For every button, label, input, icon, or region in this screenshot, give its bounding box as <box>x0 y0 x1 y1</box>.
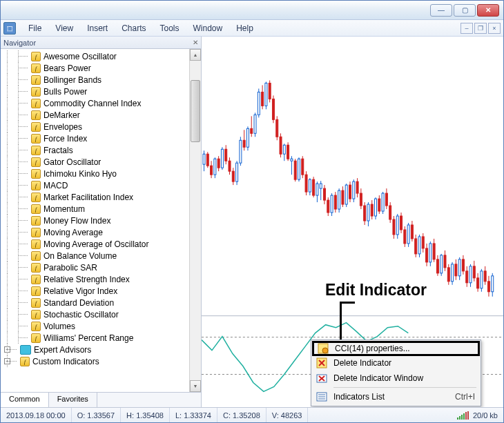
menu-charts[interactable]: Charts <box>115 21 153 35</box>
tree-item-indicator[interactable]: fStochastic Oscillator <box>1 308 201 320</box>
svg-rect-23 <box>243 140 245 147</box>
expert-advisors-label: Expert Advisors <box>34 345 91 355</box>
titlebar[interactable]: ― ▢ ✕ <box>1 1 503 20</box>
svg-rect-31 <box>258 92 260 115</box>
svg-rect-155 <box>484 271 486 282</box>
svg-rect-51 <box>294 161 296 179</box>
tree-item-indicator[interactable]: fGator Oscillator <box>1 156 201 168</box>
navigator-header[interactable]: Navigator ✕ <box>1 37 201 49</box>
indicator-label: On Balance Volume <box>43 251 117 261</box>
svg-rect-59 <box>309 179 311 192</box>
tree-item-indicator[interactable]: fMomentum <box>1 203 201 215</box>
indicator-icon: f <box>31 216 41 226</box>
mdi-restore-button[interactable]: ❐ <box>474 23 487 34</box>
tree-item-custom-indicators[interactable]: +fCustom Indicators <box>1 355 201 367</box>
tree-item-indicator[interactable]: fForce Index <box>1 132 201 144</box>
tree-item-indicator[interactable]: fIchimoku Kinko Hyo <box>1 168 201 179</box>
scroll-up-button[interactable]: ▲ <box>190 49 201 61</box>
indicator-label: Stochastic Oscillator <box>43 310 119 319</box>
mdi-minimize-button[interactable]: – <box>461 23 473 34</box>
tree-item-indicator[interactable]: fMoving Average of Oscillator <box>1 238 201 250</box>
svg-rect-131 <box>440 255 443 273</box>
svg-rect-47 <box>287 145 289 159</box>
tree-item-indicator[interactable]: fCommodity Channel Index <box>1 97 201 109</box>
tree-item-indicator[interactable]: fFractals <box>1 144 201 156</box>
indicator-icon: f <box>31 122 41 132</box>
ctx-delete-indicator-label: Delete Indicator <box>333 358 391 368</box>
tab-common[interactable]: Common <box>1 393 49 407</box>
tree-item-expert-advisors[interactable]: +Expert Advisors <box>1 344 201 355</box>
tree-item-indicator[interactable]: fBollinger Bands <box>1 74 201 86</box>
navigator-tree[interactable]: fAwesome OscillatorfBears PowerfBollinge… <box>1 49 201 392</box>
tree-item-indicator[interactable]: fOn Balance Volume <box>1 250 201 262</box>
expert-advisor-icon <box>20 345 31 355</box>
tree-item-indicator[interactable]: fDeMarker <box>1 109 201 121</box>
custom-indicator-icon: f <box>20 357 30 366</box>
tree-scrollbar[interactable]: ▲ ▼ <box>189 49 201 392</box>
menu-insert[interactable]: Insert <box>80 21 115 35</box>
tree-item-indicator[interactable]: fMoney Flow Index <box>1 215 201 226</box>
svg-rect-5 <box>211 166 213 175</box>
tree-item-indicator[interactable]: fBears Power <box>1 62 201 74</box>
indicator-label: Market Facilitation Index <box>43 193 133 202</box>
indicator-icon: f <box>31 157 41 167</box>
ctx-delete-window[interactable]: Delete Indicator Window <box>313 371 479 386</box>
svg-rect-27 <box>251 128 253 133</box>
menu-tools[interactable]: Tools <box>153 21 186 35</box>
app-icon: ⬚ <box>3 22 16 35</box>
svg-rect-73 <box>334 195 336 209</box>
properties-icon <box>316 342 331 355</box>
minimize-button[interactable]: ― <box>430 4 452 17</box>
tree-item-indicator[interactable]: fAwesome Oscillator <box>1 50 201 62</box>
svg-rect-11 <box>221 149 223 168</box>
tree-item-indicator[interactable]: fStandard Deviation <box>1 297 201 308</box>
menu-view[interactable]: View <box>48 21 80 35</box>
scroll-down-button[interactable]: ▼ <box>190 380 201 392</box>
menu-help[interactable]: Help <box>229 21 260 35</box>
indicator-icon: f <box>31 286 41 296</box>
svg-rect-107 <box>396 216 398 235</box>
tree-item-indicator[interactable]: fMACD <box>1 179 201 191</box>
menu-file[interactable]: File <box>21 21 48 35</box>
svg-rect-7 <box>214 159 216 175</box>
tree-item-indicator[interactable]: fMarket Facilitation Index <box>1 191 201 203</box>
svg-rect-103 <box>389 206 391 219</box>
mdi-close-button[interactable]: × <box>488 23 501 34</box>
svg-rect-37 <box>269 83 271 99</box>
svg-rect-121 <box>422 237 424 248</box>
tree-item-indicator[interactable]: fBulls Power <box>1 86 201 97</box>
indicator-label: Standard Deviation <box>43 298 114 308</box>
svg-rect-67 <box>323 188 325 200</box>
svg-rect-61 <box>313 179 315 195</box>
indicator-icon: f <box>31 310 41 319</box>
svg-rect-153 <box>481 271 483 288</box>
navigator-close-button[interactable]: ✕ <box>193 39 198 46</box>
scroll-thumb[interactable] <box>191 80 200 142</box>
svg-rect-39 <box>272 99 274 119</box>
maximize-button[interactable]: ▢ <box>454 4 476 17</box>
tree-item-indicator[interactable]: fMoving Average <box>1 226 201 238</box>
close-button[interactable]: ✕ <box>477 4 499 17</box>
tree-item-indicator[interactable]: fWilliams' Percent Range <box>1 332 201 344</box>
ctx-separator <box>333 387 476 388</box>
indicator-icon: f <box>31 263 41 273</box>
indicator-icon: f <box>31 169 41 179</box>
ctx-indicators-list[interactable]: Indicators List Ctrl+I <box>313 389 479 404</box>
indicator-icon: f <box>31 193 41 202</box>
tree-item-indicator[interactable]: fRelative Vigor Index <box>1 285 201 297</box>
svg-rect-79 <box>345 185 347 204</box>
svg-rect-91 <box>367 204 369 221</box>
svg-rect-135 <box>447 268 449 282</box>
ctx-properties[interactable]: CCI(14) properties... <box>312 341 480 356</box>
tree-item-indicator[interactable]: fVolumes <box>1 320 201 332</box>
tree-item-indicator[interactable]: fParabolic SAR <box>1 262 201 273</box>
svg-rect-1 <box>203 154 205 164</box>
indicator-label: MACD <box>43 181 68 190</box>
tab-favorites[interactable]: Favorites <box>49 393 97 407</box>
menu-window[interactable]: Window <box>186 21 230 35</box>
ctx-delete-indicator[interactable]: Delete Indicator <box>313 355 479 371</box>
tree-item-indicator[interactable]: fEnvelopes <box>1 121 201 132</box>
indicator-icon: f <box>31 275 41 284</box>
indicator-icon: f <box>31 322 41 331</box>
tree-item-indicator[interactable]: fRelative Strength Index <box>1 273 201 285</box>
